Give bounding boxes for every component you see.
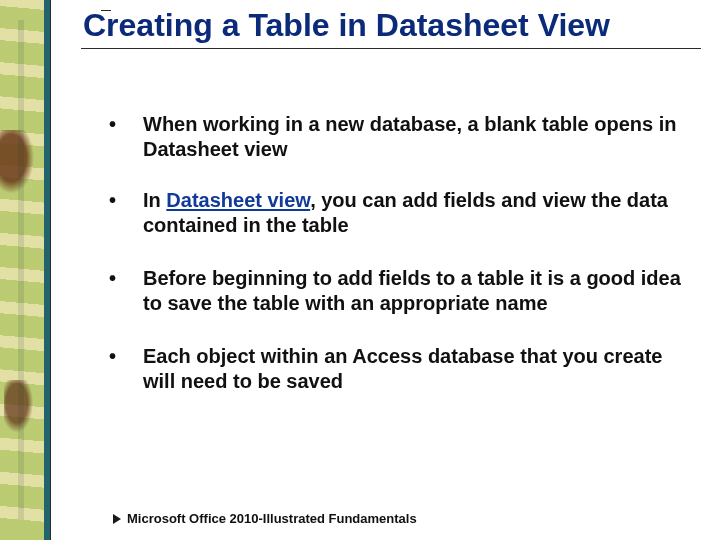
bullet-list: • When working in a new database, a blan… xyxy=(109,112,699,394)
slide-title: Creating a Table in Datasheet View xyxy=(83,8,701,44)
footer-left: Microsoft Office 2010-Illustrated Fundam… xyxy=(113,511,417,526)
bullet-item: • Before beginning to add fields to a ta… xyxy=(109,266,699,316)
bullet-marker: • xyxy=(109,344,143,369)
bullet-text: In Datasheet view, you can add fields an… xyxy=(143,188,699,238)
bullet-text-pre: In xyxy=(143,189,166,211)
bullet-text: Before beginning to add fields to a tabl… xyxy=(143,266,699,316)
footer: Microsoft Office 2010-Illustrated Fundam… xyxy=(113,511,720,526)
footer-text: Microsoft Office 2010-Illustrated Fundam… xyxy=(127,511,417,526)
content-area: Creating a Table in Datasheet View • Whe… xyxy=(50,0,720,540)
slide: Creating a Table in Datasheet View • Whe… xyxy=(0,0,720,540)
bullet-marker: • xyxy=(109,266,143,291)
bullet-text: Each object within an Access database th… xyxy=(143,344,699,394)
bullet-item: • In Datasheet view, you can add fields … xyxy=(109,188,699,238)
strip-crack xyxy=(18,20,24,520)
title-container: Creating a Table in Datasheet View xyxy=(81,6,701,49)
play-icon xyxy=(113,514,121,524)
bullet-marker: • xyxy=(109,112,143,137)
bullet-item: • When working in a new database, a blan… xyxy=(109,112,699,162)
bullet-text: When working in a new database, a blank … xyxy=(143,112,699,162)
decorative-left-strip xyxy=(0,0,50,540)
datasheet-view-link[interactable]: Datasheet view xyxy=(166,189,310,211)
bullet-item: • Each object within an Access database … xyxy=(109,344,699,394)
bullet-marker: • xyxy=(109,188,143,213)
strip-texture xyxy=(0,0,50,540)
